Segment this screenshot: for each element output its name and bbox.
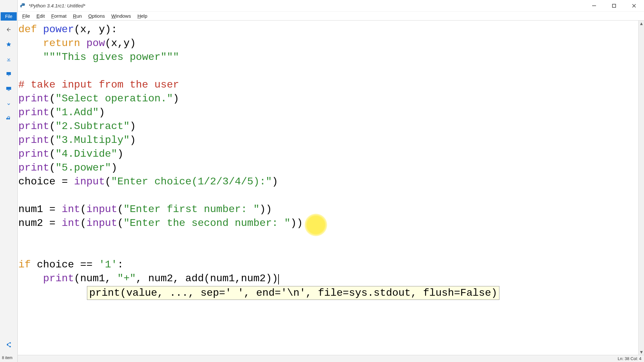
window-title: *Python 3.4.1rc1: Untitled* — [29, 3, 85, 8]
back-arrow-icon[interactable] — [4, 25, 13, 34]
explorer-file-button[interactable]: File — [1, 12, 17, 21]
vertical-scrollbar[interactable]: ▲ ▼ — [638, 21, 644, 355]
menu-windows[interactable]: Windows — [108, 13, 134, 19]
idle-editor-window: *Python 3.4.1rc1: Untitled* File Edit Fo… — [18, 0, 644, 362]
svg-point-0 — [22, 4, 22, 4]
menu-format[interactable]: Format — [48, 13, 70, 19]
maximize-button[interactable] — [604, 0, 624, 12]
star-icon[interactable] — [4, 40, 13, 49]
code-text[interactable]: def power(x, y): return pow(x,y) """This… — [18, 21, 638, 355]
python-icon — [20, 3, 26, 9]
calltip-tooltip: print(value, ..., sep=' ', end='\n', fil… — [87, 286, 499, 300]
music-icon[interactable] — [4, 114, 13, 123]
share-icon[interactable] — [4, 340, 13, 349]
download-icon[interactable] — [4, 55, 13, 64]
menu-help[interactable]: Help — [134, 13, 151, 19]
desktop-icon[interactable] — [4, 70, 13, 79]
monitor-icon[interactable] — [4, 84, 13, 93]
close-button[interactable] — [624, 0, 644, 12]
os-left-panel: File 8 item — [0, 0, 18, 362]
menu-file[interactable]: File — [19, 13, 33, 19]
menu-bar: File Edit Format Run Options Windows Hel… — [18, 12, 644, 21]
menu-edit[interactable]: Edit — [33, 13, 48, 19]
scroll-up-icon[interactable]: ▲ — [639, 21, 644, 26]
title-bar: *Python 3.4.1rc1: Untitled* — [18, 0, 644, 12]
svg-rect-1 — [592, 5, 596, 6]
status-bar: Ln: 38 Col: 4 — [18, 355, 644, 362]
cursor-position-label: Ln: 38 Col: 4 — [618, 356, 641, 361]
menu-run[interactable]: Run — [70, 13, 85, 19]
arrow-down-icon[interactable] — [4, 99, 13, 108]
menu-options[interactable]: Options — [85, 13, 108, 19]
scroll-down-icon[interactable]: ▼ — [639, 349, 644, 355]
item-count-label: 8 item — [2, 356, 13, 360]
minimize-button[interactable] — [584, 0, 604, 12]
svg-rect-2 — [612, 4, 616, 7]
code-editor-area[interactable]: def power(x, y): return pow(x,y) """This… — [18, 21, 644, 355]
